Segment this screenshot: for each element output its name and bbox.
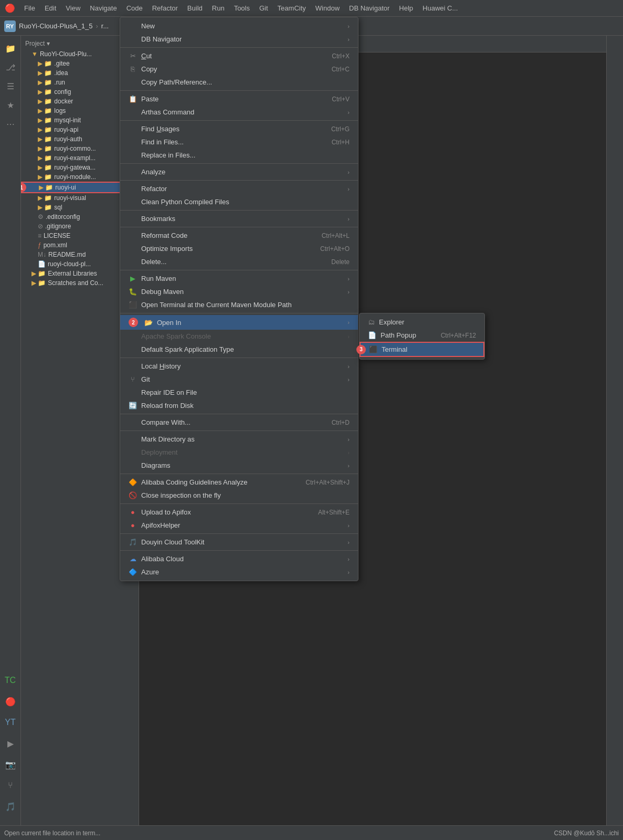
- cm-label: Deployment: [141, 448, 343, 456]
- cm-open-terminal-maven[interactable]: ⬛ Open Terminal at the Current Maven Mod…: [120, 298, 358, 311]
- cm-db-navigator[interactable]: DB Navigator ›: [120, 33, 358, 46]
- sidebar-icon-teamcity[interactable]: TC: [2, 672, 19, 689]
- cm-label: Copy Path/Reference...: [141, 78, 350, 86]
- sidebar-icon-plugin3[interactable]: 📷: [2, 756, 19, 773]
- folder-icon: ▶ 📁: [38, 107, 52, 114]
- cm-local-history[interactable]: Local History ›: [120, 360, 358, 373]
- separator: [120, 430, 358, 431]
- app-logo: 🔴: [4, 3, 16, 14]
- cm-diagrams[interactable]: Diagrams ›: [120, 459, 358, 472]
- cm-apifox-helper[interactable]: ● ApifoxHelper ›: [120, 519, 358, 532]
- cm-analyze[interactable]: Analyze ›: [120, 165, 358, 178]
- menu-window[interactable]: Window: [311, 2, 344, 14]
- cm-delete[interactable]: Delete... Delete: [120, 255, 358, 268]
- chevron-down-icon: ▾: [47, 40, 50, 47]
- cm-alibaba-coding[interactable]: 🔶 Alibaba Coding Guidelines Analyze Ctrl…: [120, 476, 358, 489]
- menu-help[interactable]: Help: [395, 2, 417, 14]
- cm-label: Open In: [157, 319, 343, 327]
- cm-label: Find Usages: [141, 125, 327, 133]
- menu-teamcity[interactable]: TeamCity: [273, 2, 310, 14]
- terminal-icon: ⬛: [369, 345, 377, 353]
- arrow-icon: ›: [347, 449, 350, 456]
- cm-optimize-imports[interactable]: Optimize Imports Ctrl+Alt+O: [120, 242, 358, 255]
- azure-icon: 🔷: [129, 568, 137, 576]
- cm-close-inspection[interactable]: 🚫 Close inspection on the fly: [120, 489, 358, 502]
- menu-code[interactable]: Code: [122, 2, 147, 14]
- path-popup-icon: 📄: [368, 331, 376, 339]
- cm-find-usages[interactable]: Find Usages Ctrl+G: [120, 122, 358, 135]
- tree-item-label: ruoyi-auth: [54, 135, 82, 143]
- menu-refactor[interactable]: Refactor: [148, 2, 182, 14]
- sidebar-icon-plugin2[interactable]: ▶: [2, 735, 19, 752]
- cm-cut[interactable]: ✂ Cut Ctrl+X: [120, 49, 358, 62]
- cm-find-in-files[interactable]: Find in Files... Ctrl+H: [120, 135, 358, 149]
- sidebar-icon-git2[interactable]: ⑂: [2, 777, 19, 794]
- cm-douyin[interactable]: 🎵 Douyin Cloud ToolKit ›: [120, 536, 358, 549]
- shortcut-label: Ctrl+Alt+Shift+J: [305, 479, 350, 486]
- cm-git[interactable]: ⑂ Git ›: [120, 373, 358, 386]
- cm-label: Compare With...: [141, 418, 328, 426]
- menu-edit[interactable]: Edit: [40, 2, 60, 14]
- cm-replace-in-files[interactable]: Replace in Files...: [120, 149, 358, 162]
- shortcut-label: Delete: [331, 258, 350, 266]
- submenu-terminal[interactable]: 3 ⬛ Terminal: [360, 342, 484, 357]
- cm-label: Replace in Files...: [141, 151, 350, 159]
- submenu-path-popup[interactable]: 📄 Path Popup Ctrl+Alt+F12: [360, 329, 484, 342]
- cm-new[interactable]: New ›: [120, 19, 358, 33]
- cm-open-in[interactable]: 2 📂 Open In › 🗂 Explorer 📄 Path Popup Ct…: [120, 315, 358, 330]
- sidebar-icon-more[interactable]: ⋯: [2, 116, 19, 132]
- file-icon: M↓: [38, 251, 46, 258]
- cm-upload-apifox[interactable]: ● Upload to Apifox Alt+Shift+E: [120, 506, 358, 519]
- cm-label: Reload from Disk: [141, 402, 350, 410]
- menu-git[interactable]: Git: [255, 2, 272, 14]
- cm-refactor[interactable]: Refactor ›: [120, 182, 358, 195]
- menu-run[interactable]: Run: [208, 2, 229, 14]
- sidebar-icon-yt[interactable]: YT: [2, 714, 19, 731]
- submenu-explorer[interactable]: 🗂 Explorer: [360, 316, 484, 329]
- separator: [120, 227, 358, 227]
- sidebar-icon-structure[interactable]: ☰: [2, 78, 19, 94]
- cm-label: Clean Python Compiled Files: [141, 198, 350, 206]
- cm-mark-directory[interactable]: Mark Directory as ›: [120, 433, 358, 446]
- menu-dbnavigator[interactable]: DB Navigator: [345, 2, 394, 14]
- cm-compare-with[interactable]: Compare With... Ctrl+D: [120, 416, 358, 429]
- tree-item-label: .idea: [54, 69, 68, 77]
- folder-icon: ▶ 📁: [39, 184, 53, 191]
- cm-clean-python[interactable]: Clean Python Compiled Files: [120, 195, 358, 208]
- menu-build[interactable]: Build: [183, 2, 207, 14]
- cm-run-maven[interactable]: ▶ Run Maven ›: [120, 272, 358, 285]
- cm-arthas[interactable]: Arthas Command ›: [120, 106, 358, 119]
- cm-default-spark[interactable]: Default Spark Application Type: [120, 343, 358, 356]
- cm-label: Refactor: [141, 185, 343, 193]
- menu-tools[interactable]: Tools: [230, 2, 254, 14]
- cm-debug-maven[interactable]: 🐛 Debug Maven ›: [120, 285, 358, 298]
- cm-copy[interactable]: ⎘ Copy Ctrl+C: [120, 62, 358, 76]
- cm-label: Optimize Imports: [141, 245, 316, 253]
- cm-reformat-code[interactable]: Reformat Code Ctrl+Alt+L: [120, 229, 358, 242]
- sidebar-icon-vcs[interactable]: ⎇: [2, 59, 19, 76]
- tree-item-label: pom.xml: [44, 242, 67, 249]
- douyin-icon: 🎵: [129, 538, 137, 546]
- tree-item-label: docker: [54, 98, 73, 105]
- file-icon: ⊘: [38, 223, 43, 230]
- folder-icon: ▶ 📁: [38, 88, 52, 96]
- sidebar-icon-project[interactable]: 📁: [2, 40, 19, 57]
- project-name[interactable]: RuoYi-Cloud-PlusA_1_5: [19, 22, 92, 30]
- menu-navigate[interactable]: Navigate: [86, 2, 121, 14]
- cm-repair-ide[interactable]: Repair IDE on File: [120, 386, 358, 399]
- cm-alibaba-cloud[interactable]: ☁ Alibaba Cloud ›: [120, 552, 358, 565]
- tree-item-label: Scratches and Co...: [48, 279, 103, 287]
- sidebar-icon-plugin1[interactable]: 🔴: [2, 693, 19, 710]
- sidebar-icon-favorites[interactable]: ★: [2, 97, 19, 113]
- sidebar-icon-tiktok[interactable]: 🎵: [2, 798, 19, 815]
- menu-huawei[interactable]: Huawei C...: [418, 2, 462, 14]
- menu-view[interactable]: View: [61, 2, 85, 14]
- cm-copy-path[interactable]: Copy Path/Reference...: [120, 76, 358, 89]
- menu-file[interactable]: File: [20, 2, 39, 14]
- cm-azure[interactable]: 🔷 Azure ›: [120, 565, 358, 579]
- cm-reload-from-disk[interactable]: 🔄 Reload from Disk: [120, 399, 358, 412]
- context-menu-overlay: New › DB Navigator › ✂ Cut Ctrl+X ⎘ Copy…: [120, 17, 358, 581]
- copy-icon: ⎘: [129, 65, 137, 73]
- cm-paste[interactable]: 📋 Paste Ctrl+V: [120, 92, 358, 106]
- cm-bookmarks[interactable]: Bookmarks ›: [120, 212, 358, 225]
